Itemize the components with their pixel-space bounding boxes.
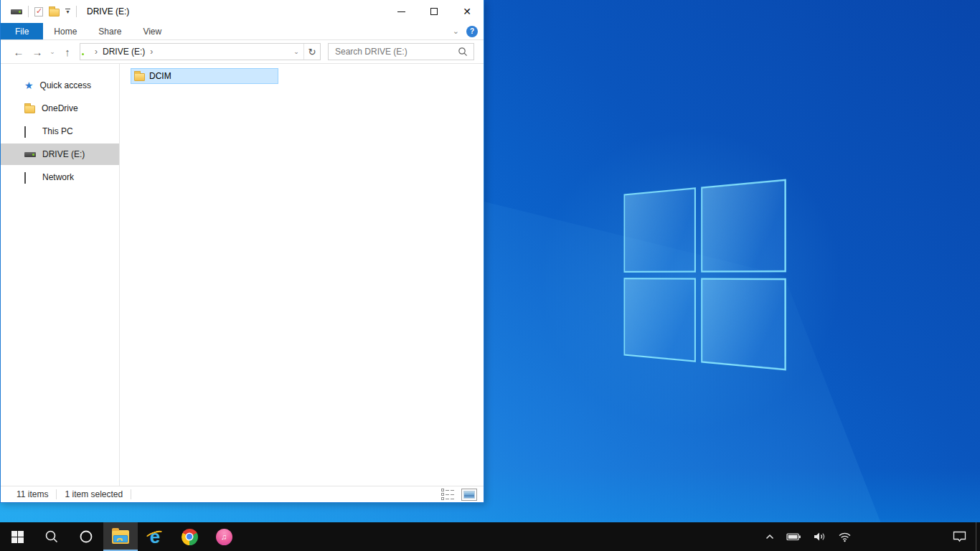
chrome-icon (182, 529, 198, 545)
navigation-pane: ★ Quick access OneDrive This PC DRIVE (E… (1, 64, 120, 486)
tab-file[interactable]: File (1, 23, 43, 39)
address-dropdown-button[interactable]: ⌄ (289, 48, 303, 55)
customize-qat-dropdown[interactable]: ▾ (65, 9, 70, 14)
sidebar-item-network[interactable]: Network (1, 166, 119, 188)
windows-logo-pane (623, 187, 695, 272)
maximize-icon (430, 8, 438, 15)
file-explorer-icon (112, 530, 129, 544)
search-input[interactable] (329, 47, 458, 57)
close-button[interactable]: ✕ (451, 0, 484, 23)
taskbar-itunes-button[interactable]: ♫ (207, 522, 241, 551)
window-title: DRIVE (E:) (87, 6, 129, 17)
navigation-bar: ← → ⌄ ↑ › DRIVE (E:) › ⌄ ↻ (1, 40, 484, 64)
wifi-icon (838, 531, 852, 542)
sidebar-item-this-pc[interactable]: This PC (1, 121, 119, 142)
file-item-dcim[interactable]: DCIM (131, 68, 278, 84)
system-tray (759, 522, 857, 551)
wifi-indicator[interactable] (832, 531, 857, 542)
itunes-icon: ♫ (216, 529, 232, 545)
recent-locations-dropdown[interactable]: ⌄ (47, 48, 58, 55)
caption-buttons: ✕ (385, 0, 484, 23)
breadcrumb-chevron[interactable]: › (90, 47, 103, 57)
back-button[interactable]: ← (9, 46, 28, 58)
refresh-button[interactable]: ↻ (304, 47, 320, 57)
quick-access-toolbar: ✓ ▾ DRIVE (E:) (1, 6, 129, 17)
windows-logo-pane (701, 179, 786, 273)
screen: ✓ ▾ DRIVE (E:) ✕ File Home Share View ⌄ (0, 0, 980, 551)
breadcrumb-drive[interactable]: DRIVE (E:) (103, 47, 145, 57)
maximize-button[interactable] (418, 0, 451, 23)
sidebar-item-onedrive[interactable]: OneDrive (1, 98, 119, 119)
address-bar[interactable]: › DRIVE (E:) › ⌄ ↻ (80, 43, 321, 60)
chevron-down-icon: ▾ (66, 10, 69, 14)
sidebar-item-drive-e[interactable]: DRIVE (E:) (1, 143, 119, 165)
file-list-area[interactable]: DCIM (120, 64, 484, 486)
windows-logo-pane (701, 278, 786, 371)
up-button[interactable]: ↑ (58, 46, 77, 58)
taskbar-chrome-button[interactable] (172, 522, 207, 551)
minimize-button[interactable] (385, 0, 418, 23)
windows-logo-pane (623, 278, 695, 362)
quick-access-icon: ★ (24, 80, 34, 90)
separator (76, 6, 77, 17)
internet-explorer-icon: e (146, 527, 164, 546)
taskbar-search-button[interactable] (34, 522, 69, 551)
search-box (328, 43, 474, 60)
properties-icon[interactable]: ✓ (34, 7, 43, 17)
start-button[interactable] (0, 522, 34, 551)
windows-start-icon (11, 531, 24, 543)
separator (56, 489, 57, 499)
tab-share[interactable]: Share (88, 23, 132, 39)
title-bar[interactable]: ✓ ▾ DRIVE (E:) ✕ (1, 0, 484, 23)
battery-icon (786, 531, 801, 542)
collapse-ribbon-button[interactable]: ⌄ (453, 27, 459, 36)
search-icon (458, 47, 468, 57)
thumbnail-icon (463, 491, 475, 499)
minimize-icon (397, 11, 405, 12)
selection-status: 1 item selected (65, 489, 123, 499)
item-count: 11 items (17, 489, 48, 499)
details-view-button[interactable] (440, 487, 456, 501)
chevron-up-icon (765, 532, 775, 541)
network-icon (24, 173, 36, 182)
sidebar-item-quick-access[interactable]: ★ Quick access (1, 75, 119, 96)
close-icon: ✕ (463, 6, 471, 17)
separator (131, 489, 131, 499)
show-desktop-button[interactable] (976, 522, 980, 551)
battery-indicator[interactable] (781, 531, 807, 542)
notifications-icon (952, 530, 967, 543)
forward-button[interactable]: → (28, 46, 47, 58)
computer-icon (24, 127, 36, 136)
breadcrumb-chevron[interactable]: › (145, 47, 158, 57)
volume-indicator[interactable] (807, 531, 832, 542)
new-folder-icon[interactable] (49, 9, 60, 17)
ribbon-tab-row: File Home Share View ⌄ ? (1, 23, 484, 40)
search-icon (44, 529, 59, 544)
volume-icon (813, 531, 826, 542)
tab-view[interactable]: View (132, 23, 172, 39)
taskbar-internet-explorer-button[interactable]: e (138, 522, 172, 551)
file-explorer-window: ✓ ▾ DRIVE (E:) ✕ File Home Share View ⌄ (0, 0, 484, 503)
drive-icon (11, 9, 22, 14)
help-button[interactable]: ? (466, 26, 478, 37)
windows-logo (608, 184, 788, 366)
tab-home[interactable]: Home (43, 23, 88, 39)
action-center-button[interactable] (943, 522, 976, 551)
thumbnails-view-button[interactable] (461, 489, 477, 501)
taskbar-file-explorer-button[interactable] (103, 522, 138, 551)
cortana-button[interactable] (69, 522, 103, 551)
cortana-icon (79, 529, 93, 544)
status-bar: 11 items 1 item selected (1, 486, 484, 502)
taskbar: e ♫ (0, 522, 980, 551)
show-hidden-icons-button[interactable] (759, 532, 781, 541)
folder-icon (24, 105, 35, 113)
folder-icon (134, 73, 145, 81)
hard-drive-icon (24, 152, 36, 157)
separator (28, 6, 29, 17)
